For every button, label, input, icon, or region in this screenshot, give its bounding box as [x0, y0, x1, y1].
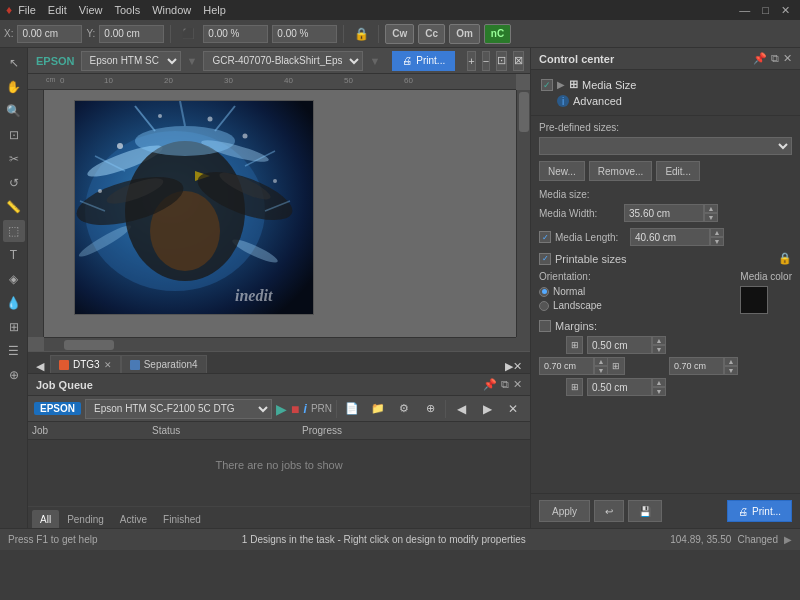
- minimize-button[interactable]: —: [735, 4, 754, 17]
- grid-tool[interactable]: ⊞: [3, 316, 25, 338]
- printable-sizes-icon[interactable]: 🔒: [778, 252, 792, 265]
- printer-select[interactable]: Epson HTM SC: [81, 51, 181, 71]
- width-input[interactable]: [203, 25, 268, 43]
- x-input[interactable]: [17, 25, 82, 43]
- save-button[interactable]: 💾: [628, 500, 662, 522]
- radio-normal-btn[interactable]: [539, 287, 549, 297]
- job-queue-close-icon[interactable]: ✕: [513, 378, 522, 391]
- menu-file[interactable]: File: [18, 4, 36, 16]
- edit-size-button[interactable]: Edit...: [656, 161, 700, 181]
- margins-bottom-input[interactable]: [587, 378, 652, 396]
- tree-item-media-size[interactable]: ✓ ▶ ⊞ Media Size: [537, 76, 794, 93]
- predefined-select[interactable]: [539, 137, 792, 155]
- cut-tool[interactable]: ✂: [3, 148, 25, 170]
- margins-top-input[interactable]: [587, 336, 652, 354]
- pan-tool[interactable]: ✋: [3, 76, 25, 98]
- node-tool[interactable]: ◈: [3, 268, 25, 290]
- panel-pin-btn[interactable]: 📌: [753, 52, 767, 65]
- width-spin-down[interactable]: ▼: [704, 213, 718, 222]
- vscroll-thumb[interactable]: [519, 92, 529, 132]
- zoom-fit-button[interactable]: ⊡: [496, 51, 507, 71]
- width-spin-up[interactable]: ▲: [704, 204, 718, 213]
- extra-job-icon[interactable]: ⊕: [419, 398, 441, 420]
- margins-right-spin-down[interactable]: ▼: [724, 366, 738, 375]
- printable-sizes-checkbox[interactable]: [539, 253, 551, 265]
- job-queue-controls[interactable]: 📌 ⧉ ✕: [483, 378, 522, 391]
- file-select[interactable]: GCR-407070-BlackShirt_Epsor: [203, 51, 363, 71]
- margins-top-spin-down[interactable]: ▼: [652, 345, 666, 354]
- cw-button[interactable]: Cw: [385, 24, 414, 44]
- zoom-in-button[interactable]: +: [467, 51, 475, 71]
- cc-button[interactable]: Cc: [418, 24, 445, 44]
- zoom-out-button[interactable]: −: [482, 51, 490, 71]
- radio-landscape[interactable]: Landscape: [539, 300, 732, 311]
- margins-checkbox[interactable]: [539, 320, 551, 332]
- panel-print-button[interactable]: 🖨 Print...: [727, 500, 792, 522]
- undo-button[interactable]: ↩: [594, 500, 624, 522]
- margins-bottom-spin-down[interactable]: ▼: [652, 387, 666, 396]
- job-tab-all[interactable]: All: [32, 510, 59, 528]
- play-button[interactable]: ▶: [276, 401, 287, 417]
- apply-button[interactable]: Apply: [539, 500, 590, 522]
- measure-tool[interactable]: 📏: [3, 196, 25, 218]
- layer-tool[interactable]: ☰: [3, 340, 25, 362]
- canvas-area[interactable]: 0 10 20 30 40 50 60 cm: [28, 74, 530, 351]
- margins-center-box-icon[interactable]: ⊞: [607, 357, 625, 375]
- window-controls[interactable]: — □ ✕: [735, 4, 794, 17]
- margins-top-spin-up[interactable]: ▲: [652, 336, 666, 345]
- margins-link-icon-top[interactable]: ⊞: [566, 336, 583, 354]
- media-width-input[interactable]: [624, 204, 704, 222]
- media-color-swatch[interactable]: [740, 286, 768, 314]
- canvas-bg[interactable]: inedit: [44, 90, 516, 337]
- job-queue-float-icon[interactable]: ⧉: [501, 378, 509, 391]
- menu-window[interactable]: Window: [152, 4, 191, 16]
- rotate-tool[interactable]: ↺: [3, 172, 25, 194]
- color-picker-tool[interactable]: 💧: [3, 292, 25, 314]
- radio-landscape-btn[interactable]: [539, 301, 549, 311]
- scroll-nav-left[interactable]: ◀: [450, 398, 472, 420]
- tab-dtg3[interactable]: DTG3 ✕: [50, 355, 121, 373]
- prn-button[interactable]: PRN: [311, 403, 332, 414]
- zoom-tool[interactable]: 🔍: [3, 100, 25, 122]
- panel-float-btn[interactable]: ⧉: [771, 52, 779, 65]
- print-button[interactable]: 🖨 Print...: [392, 51, 455, 71]
- canvas-hscrollbar[interactable]: [44, 337, 516, 351]
- tree-expand-icon[interactable]: ▶: [557, 79, 565, 90]
- menu-tools[interactable]: Tools: [114, 4, 140, 16]
- margins-bottom-spin-up[interactable]: ▲: [652, 378, 666, 387]
- tree-item-advanced[interactable]: i Advanced: [553, 93, 794, 109]
- margins-link-icon-bottom[interactable]: ⊞: [566, 378, 583, 396]
- scroll-tabs-left[interactable]: ◀: [36, 360, 44, 373]
- margins-right-spin-up[interactable]: ▲: [724, 357, 738, 366]
- tree-checkbox-media-size[interactable]: ✓: [541, 79, 553, 91]
- hscroll-thumb[interactable]: [64, 340, 114, 350]
- length-spin-up[interactable]: ▲: [710, 228, 724, 237]
- height-input[interactable]: [272, 25, 337, 43]
- close-job-panel[interactable]: ✕: [502, 398, 524, 420]
- media-length-input[interactable]: [630, 228, 710, 246]
- canvas-vscrollbar[interactable]: [516, 90, 530, 337]
- info-button[interactable]: i: [304, 402, 307, 416]
- om-button[interactable]: Om: [449, 24, 480, 44]
- open-job-icon[interactable]: 📁: [367, 398, 389, 420]
- extra-tool[interactable]: ⊕: [3, 364, 25, 386]
- menubar[interactable]: File Edit View Tools Window Help: [18, 4, 226, 16]
- job-tab-pending[interactable]: Pending: [59, 510, 112, 528]
- job-queue-pin-icon[interactable]: 📌: [483, 378, 497, 391]
- canvas-image[interactable]: inedit: [74, 100, 314, 315]
- nc-button[interactable]: nC: [484, 24, 511, 44]
- lock-aspect-icon[interactable]: 🔒: [350, 23, 372, 45]
- job-printer-select[interactable]: Epson HTM SC-F2100 5C DTG: [85, 399, 272, 419]
- scroll-tabs-right[interactable]: ▶: [505, 360, 513, 373]
- job-tab-active[interactable]: Active: [112, 510, 155, 528]
- layer-icon[interactable]: ⬛: [177, 23, 199, 45]
- close-all-tabs[interactable]: ✕: [513, 360, 522, 373]
- new-size-button[interactable]: New...: [539, 161, 585, 181]
- margins-right-input[interactable]: [669, 357, 724, 375]
- close-button[interactable]: ✕: [777, 4, 794, 17]
- radio-normal[interactable]: Normal: [539, 286, 732, 297]
- maximize-button[interactable]: □: [758, 4, 773, 17]
- stop-button[interactable]: ■: [291, 401, 299, 417]
- zoom-reset-button[interactable]: ⊠: [513, 51, 524, 71]
- scroll-nav-right[interactable]: ▶: [476, 398, 498, 420]
